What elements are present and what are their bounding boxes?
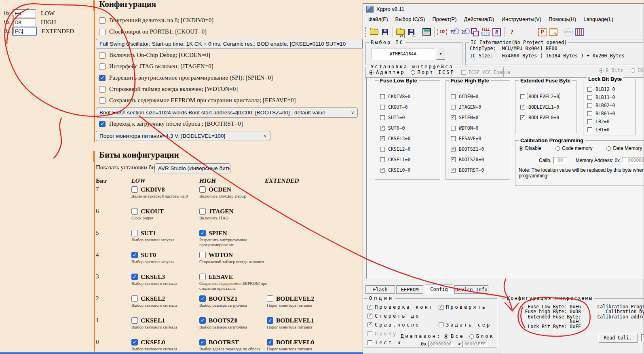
- fuse-bit-checkbox[interactable]: [380, 105, 385, 110]
- high-bit-checkbox[interactable]: [199, 317, 206, 324]
- fuse-bit-checkbox[interactable]: [520, 105, 525, 110]
- chip-id-icon[interactable]: ID: [437, 27, 448, 38]
- extended-bit-checkbox[interactable]: [267, 339, 273, 346]
- low-bit-checkbox[interactable]: [131, 186, 138, 193]
- spien-checkbox[interactable]: [99, 75, 106, 81]
- find-25-series-icon[interactable]: 25: [458, 27, 469, 38]
- buffer-tab[interactable]: Config: [425, 284, 453, 294]
- chip-pins-icon[interactable]: [574, 27, 585, 38]
- erase-checkbox[interactable]: [367, 314, 372, 318]
- lock-bit-checkbox[interactable]: [587, 95, 592, 100]
- eesave-checkbox[interactable]: [99, 97, 106, 104]
- hex-fuse-input[interactable]: D8: [12, 18, 36, 26]
- save-project-icon[interactable]: [406, 27, 417, 38]
- icsp-vcc-checkbox[interactable]: [461, 70, 466, 75]
- low-bit-checkbox[interactable]: [131, 274, 138, 280]
- verify-checkbox[interactable]: [439, 305, 443, 310]
- menu-item[interactable]: Файл(F): [365, 15, 392, 23]
- toolbar-grip[interactable]: [365, 27, 367, 37]
- fuse-bit-checkbox[interactable]: [520, 94, 525, 99]
- fuse-bit-checkbox[interactable]: [380, 168, 385, 173]
- low-bit-checkbox[interactable]: [131, 317, 138, 324]
- fuse-bit-checkbox[interactable]: [451, 94, 456, 99]
- high-bit-checkbox[interactable]: [199, 295, 206, 302]
- menu-item[interactable]: Инструменты(V): [498, 15, 545, 23]
- fuse-bit-checkbox[interactable]: [451, 126, 456, 131]
- fuse-bit-checkbox[interactable]: [451, 147, 456, 152]
- verify-contact-checkbox[interactable]: [367, 305, 372, 310]
- menu-item[interactable]: Проект(P): [429, 15, 460, 23]
- extended-bit-checkbox[interactable]: [267, 317, 273, 324]
- fuse-bit-checkbox[interactable]: [380, 147, 385, 152]
- fuse-bit-checkbox[interactable]: [451, 168, 456, 173]
- adapter-radio[interactable]: [369, 70, 374, 75]
- fuse-bit-checkbox[interactable]: [451, 157, 456, 162]
- fuse-bit-checkbox[interactable]: [380, 157, 385, 162]
- 8-bits-radio[interactable]: [599, 68, 604, 73]
- extended-bit-checkbox[interactable]: [267, 295, 273, 302]
- high-bit-checkbox[interactable]: [199, 208, 206, 215]
- help-icon[interactable]: ?: [507, 27, 517, 38]
- low-bit-checkbox[interactable]: [131, 252, 138, 258]
- fuse-bit-checkbox[interactable]: [380, 136, 385, 141]
- range-block-radio[interactable]: [469, 334, 474, 339]
- fuse-bit-checkbox[interactable]: [380, 94, 385, 99]
- data-memory-radio[interactable]: [606, 146, 611, 151]
- edit-icon[interactable]: [548, 27, 559, 38]
- bootrst-checkbox[interactable]: [99, 121, 106, 127]
- high-bit-checkbox[interactable]: [199, 274, 206, 280]
- title-bar[interactable]: Xgpro v8.11: [363, 4, 644, 14]
- menu-item[interactable]: Выбор IC(S): [392, 15, 429, 23]
- hex-fuse-input[interactable]: E6: [12, 9, 36, 17]
- 16-bits-radio[interactable]: [631, 68, 635, 73]
- buffer-tab[interactable]: Device Info: [454, 285, 488, 294]
- range-from-input[interactable]: 00000000: [428, 341, 453, 347]
- lock-bit-checkbox[interactable]: [587, 111, 592, 116]
- icsp-port-radio[interactable]: [411, 70, 415, 75]
- read-cali-button[interactable]: Read Cali.: [598, 333, 637, 342]
- lock-bit-checkbox[interactable]: [587, 103, 592, 108]
- open-project-icon[interactable]: prj: [395, 27, 406, 38]
- open-file-icon[interactable]: [369, 27, 380, 38]
- bits-view-select[interactable]: AVR Studio (Инверсные биты)∨: [154, 163, 230, 173]
- low-bit-checkbox[interactable]: [131, 230, 138, 236]
- code-memory-radio[interactable]: [555, 146, 560, 151]
- disable-radio[interactable]: [519, 146, 523, 151]
- lock-bit-checkbox[interactable]: [587, 119, 592, 124]
- high-bit-checkbox[interactable]: [199, 230, 206, 236]
- bootsz-select[interactable]: Boot Flash section size=1024 words Boot …: [96, 107, 358, 118]
- test-checkbox[interactable]: [367, 340, 372, 345]
- ocden-checkbox[interactable]: [99, 52, 106, 59]
- chip-refresh-icon[interactable]: R: [491, 27, 502, 38]
- ic-select-dropdown-button[interactable]: ▼: [436, 48, 445, 60]
- fuse-bit-checkbox[interactable]: [451, 115, 456, 120]
- fuse-bit-checkbox[interactable]: [451, 136, 456, 141]
- high-bit-checkbox[interactable]: [199, 252, 206, 258]
- bodlevel-select[interactable]: Порог монитора питания=4.3 V; [BODLEVEL=…: [96, 131, 270, 141]
- buffer-tab[interactable]: Flash: [365, 285, 395, 294]
- memory-address-input[interactable]: 00000000: [622, 157, 644, 164]
- compare-checkbox[interactable]: [367, 322, 372, 327]
- ckdiv8-checkbox[interactable]: [99, 17, 106, 24]
- low-bit-checkbox[interactable]: [131, 295, 138, 302]
- fuse-bit-checkbox[interactable]: [520, 115, 525, 120]
- serial-checkbox[interactable]: [439, 322, 443, 327]
- partial-input[interactable]: [641, 334, 644, 341]
- save-file-icon[interactable]: [380, 27, 391, 38]
- copy-buffer-icon[interactable]: [469, 27, 480, 38]
- high-bit-checkbox[interactable]: [199, 186, 206, 193]
- calib-input[interactable]: 00: [553, 157, 567, 164]
- find-chip-icon[interactable]: FF: [448, 27, 458, 38]
- buffer-editor-icon[interactable]: [421, 27, 432, 38]
- jtagen-checkbox[interactable]: [99, 63, 106, 70]
- menu-item[interactable]: Language(L): [580, 15, 617, 23]
- lock-bit-checkbox[interactable]: [587, 127, 592, 132]
- fuse-bit-checkbox[interactable]: [380, 115, 385, 120]
- range-all-radio[interactable]: [444, 334, 448, 339]
- menu-item[interactable]: Помощь(H): [545, 15, 580, 23]
- fill-buffer-icon[interactable]: FILL: [480, 27, 491, 38]
- fuse-bit-checkbox[interactable]: [380, 126, 385, 131]
- low-bit-checkbox[interactable]: [131, 339, 138, 346]
- low-bit-checkbox[interactable]: [131, 208, 138, 215]
- fuse-bit-checkbox[interactable]: [451, 105, 456, 110]
